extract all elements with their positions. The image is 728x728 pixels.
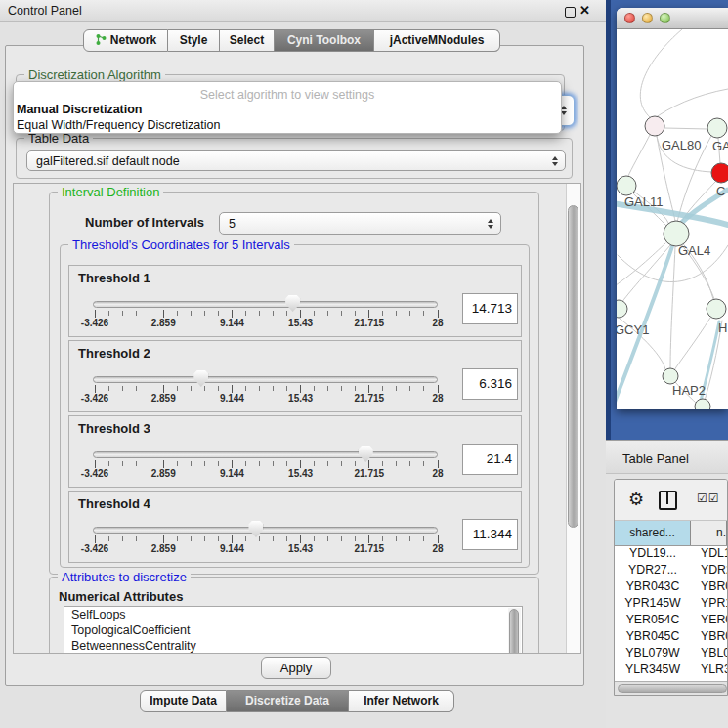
attribute-item-topologicalcoefficient[interactable]: TopologicalCoefficient — [64, 622, 522, 638]
tab-style[interactable]: Style — [168, 29, 220, 52]
threshold-coordinates-group: Threshold's Coordinates for 5 Intervals … — [60, 244, 530, 568]
gear-icon[interactable]: ⚙ — [628, 489, 644, 510]
table-row[interactable]: YLR345WYLR345W — [615, 663, 727, 679]
tick-mark — [273, 536, 274, 541]
settings-vertical-scrollbar[interactable] — [566, 184, 580, 653]
attribute-item-selfloops[interactable]: SelfLoops — [64, 607, 522, 622]
float-window-icon[interactable] — [565, 7, 576, 18]
network-edge[interactable] — [640, 29, 682, 117]
tick-mark — [273, 311, 274, 316]
table-row[interactable]: YDR27...YDR27... — [615, 563, 727, 579]
cell-shared-name[interactable]: YPR145W — [615, 596, 691, 613]
threshold-panel-3: Threshold 3-3.4262.8599.14415.4321.71528… — [68, 415, 522, 488]
tab-select[interactable]: Select — [220, 29, 275, 52]
table-row[interactable]: YDL19...YDL19... — [615, 546, 727, 563]
cell-name[interactable]: YLR345W — [691, 663, 727, 679]
network-edge[interactable] — [664, 128, 707, 129]
columns-icon[interactable] — [659, 491, 677, 510]
tab-cyni-toolbox[interactable]: Cyni Toolbox — [275, 29, 374, 52]
cell-shared-name[interactable]: YER054C — [615, 613, 691, 629]
minimize-traffic-light-icon[interactable] — [642, 13, 653, 23]
tick-mark — [438, 385, 439, 393]
scrollbar-thumb[interactable] — [568, 205, 578, 528]
threshold-value-field[interactable]: 21.4 — [462, 444, 518, 475]
network-node-hap2[interactable] — [663, 368, 678, 384]
table-horizontal-scrollbar[interactable] — [615, 681, 727, 695]
network-node-c[interactable] — [711, 163, 728, 183]
network-node-gal80[interactable] — [645, 116, 664, 136]
tick-label: 28 — [432, 543, 443, 554]
cell-shared-name[interactable]: YDR27... — [615, 563, 691, 579]
table-row[interactable]: YBR045CYBR045C — [615, 629, 727, 646]
cell-shared-name[interactable]: YBL079W — [615, 646, 691, 663]
table-row[interactable]: YBR043CYBR043C — [615, 579, 727, 596]
algorithm-option-equal-width-frequency-discretization[interactable]: Equal Width/Frequency Discretization — [17, 118, 220, 132]
network-graph[interactable]: GAL80GACGAL11GAL4GCY1HHAP2 — [617, 29, 728, 409]
table-row[interactable]: YBL079WYBL079W — [615, 646, 727, 663]
column-header-2[interactable]: n... — [691, 521, 727, 545]
tick-mark — [423, 536, 424, 541]
tab-infer-network[interactable]: Infer Network — [349, 690, 454, 712]
apply-button[interactable]: Apply — [261, 657, 331, 679]
settings-scrollpane: Interval Definition Number of Intervals … — [13, 183, 581, 654]
attributes-scrollbar[interactable] — [508, 608, 521, 654]
slider-track[interactable] — [93, 301, 438, 308]
column-header-1[interactable]: shared... — [615, 521, 691, 545]
attribute-item-betweennesscentrality[interactable]: BetweennessCentrality — [64, 638, 522, 654]
scrollbar-thumb[interactable] — [509, 609, 519, 654]
network-edge[interactable] — [628, 135, 650, 176]
network-edge[interactable] — [670, 246, 675, 368]
algorithm-option-manual-discretization[interactable]: Manual Discretization — [17, 103, 143, 116]
cell-name[interactable]: YDL19... — [691, 546, 727, 563]
threshold-value-field[interactable]: 6.316 — [462, 368, 518, 400]
zoom-traffic-light-icon[interactable] — [660, 13, 670, 23]
threshold-value-field[interactable]: 11.344 — [462, 519, 518, 550]
slider-track[interactable] — [93, 527, 438, 534]
cell-name[interactable]: YER054C — [691, 613, 727, 629]
tick-label: 15.43 — [288, 393, 313, 404]
table-data-combobox[interactable]: galFiltered.sif default node — [26, 150, 566, 171]
table-row[interactable]: YPR145WYPR145W — [615, 596, 727, 613]
network-window-titlebar[interactable] — [617, 8, 728, 29]
tick-mark — [314, 461, 315, 466]
network-edge[interactable] — [674, 318, 710, 370]
settings-scroll-content: Interval Definition Number of Intervals … — [14, 184, 567, 654]
tick-label: -3.426 — [81, 468, 108, 479]
cell-shared-name[interactable]: YLR345W — [615, 663, 691, 679]
network-node[interactable] — [695, 399, 710, 409]
network-node-h[interactable] — [707, 299, 726, 319]
tab-discretize-data[interactable]: Discretize Data — [227, 690, 349, 712]
tick-mark — [273, 386, 274, 391]
numerical-attributes-list[interactable]: SelfLoopsTopologicalCoefficientBetweenne… — [64, 606, 523, 654]
tick-mark — [95, 535, 96, 543]
tab-jactivemnodules[interactable]: jActiveMNodules — [374, 29, 500, 52]
number-of-intervals-combobox[interactable]: 5 — [219, 212, 501, 235]
threshold-value-field[interactable]: 14.713 — [462, 293, 518, 324]
select-columns-checkboxes-icon[interactable]: ☑☑ — [697, 492, 720, 505]
tab-impute-data[interactable]: Impute Data — [140, 690, 227, 712]
control-panel: Control Panel ✕ NetworkStyleSelectCyni T… — [0, 0, 606, 728]
scrollbar-thumb[interactable] — [618, 684, 727, 693]
close-icon[interactable]: ✕ — [579, 3, 590, 18]
network-edge[interactable] — [652, 89, 728, 120]
slider-track[interactable] — [93, 451, 438, 458]
cell-shared-name[interactable]: YDL19... — [615, 546, 691, 563]
cell-name[interactable]: YPR145W — [691, 596, 727, 613]
tick-mark — [108, 386, 109, 391]
network-node-gal11[interactable] — [617, 176, 636, 195]
cell-name[interactable]: YBR043C — [691, 579, 727, 596]
cell-name[interactable]: YBL079W — [691, 646, 727, 663]
close-traffic-light-icon[interactable] — [624, 13, 635, 23]
tab-network[interactable]: Network — [83, 29, 168, 52]
cell-name[interactable]: YDR27... — [691, 563, 727, 579]
network-node-gcy1[interactable] — [617, 300, 627, 318]
cell-shared-name[interactable]: YBR045C — [615, 629, 691, 646]
cell-shared-name[interactable]: YBR043C — [615, 579, 691, 596]
table-row[interactable]: YER054CYER054C — [615, 613, 727, 629]
slider-track[interactable] — [93, 376, 438, 383]
tick-mark — [409, 461, 410, 466]
cell-name[interactable]: YBR045C — [691, 629, 727, 646]
network-node-ga[interactable] — [707, 118, 727, 138]
network-canvas[interactable]: GAL80GACGAL11GAL4GCY1HHAP2 — [617, 29, 728, 409]
tick-label: 15.43 — [288, 468, 313, 479]
